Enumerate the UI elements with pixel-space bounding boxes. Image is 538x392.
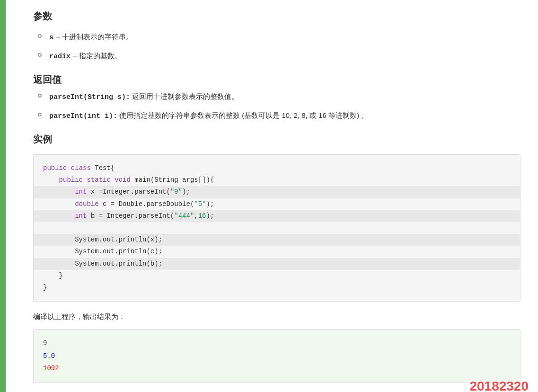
output-line-1: 9 (43, 337, 511, 350)
main-content: 参数 s -- 十进制表示的字符串。 radix -- 指定的基数。 返回值 (24, 0, 535, 392)
code-line-6 (43, 222, 511, 234)
bullet-dot (38, 94, 42, 98)
return-item-1: parseInt(String s): 返回用十进制参数表示的整数值。 (49, 91, 238, 103)
code-line-4: double c = Double.parseDouble("5"); (43, 198, 511, 210)
output-line-2: 5.0 (43, 350, 511, 363)
return-item-2: parseInt(int i): 使用指定基数的字符串参数表示的整数 (基数可以… (49, 110, 368, 122)
return-code-1: parseInt(String s): (49, 93, 130, 101)
return-code-2: parseInt(int i): (49, 112, 117, 120)
params-title: 参数 (33, 9, 520, 24)
code-line-8: System.out.println(c); (43, 246, 511, 258)
list-item: s -- 十进制表示的字符串。 (33, 31, 520, 44)
code-line-3: int x =Integer.parseInt("9"); (34, 186, 520, 198)
output-line-3: 1092 (43, 362, 511, 375)
list-item: parseInt(int i): 使用指定基数的字符串参数表示的整数 (基数可以… (33, 110, 520, 122)
code-block: public class Test{ public static void ma… (33, 154, 520, 302)
param-radix-code: radix (49, 53, 71, 61)
output-block: 9 5.0 1092 (33, 329, 520, 383)
bullet-dot (38, 53, 42, 57)
code-line-1: public class Test{ (43, 162, 511, 174)
bullet-dot (38, 113, 42, 116)
code-line-10: } (43, 270, 511, 282)
example-title: 实例 (33, 132, 520, 147)
param-s-text: s -- 十进制表示的字符串。 (49, 31, 133, 44)
left-accent-bar (0, 0, 6, 392)
watermark: 20182320 (469, 376, 529, 392)
params-list: s -- 十进制表示的字符串。 radix -- 指定的基数。 (33, 31, 520, 62)
bullet-dot (38, 34, 42, 38)
code-line-5: int b = Integer.parseInt("444",16); (34, 210, 520, 222)
page-container: 参数 s -- 十进制表示的字符串。 radix -- 指定的基数。 返回值 (0, 0, 538, 392)
list-item: radix -- 指定的基数。 (33, 50, 520, 62)
code-line-2: public static void main(String args[]){ (43, 174, 511, 186)
code-line-9: System.out.println(b); (34, 258, 520, 270)
param-s-code: s (49, 34, 53, 42)
code-line-7: System.out.println(x); (34, 234, 520, 246)
param-radix-text: radix -- 指定的基数。 (49, 50, 122, 62)
list-item: parseInt(String s): 返回用十进制参数表示的整数值。 (33, 91, 520, 103)
return-title: 返回值 (33, 72, 520, 87)
code-line-11: } (43, 282, 511, 294)
return-list: parseInt(String s): 返回用十进制参数表示的整数值。 pars… (33, 91, 520, 122)
compile-text: 编译以上程序，输出结果为： (33, 311, 520, 322)
